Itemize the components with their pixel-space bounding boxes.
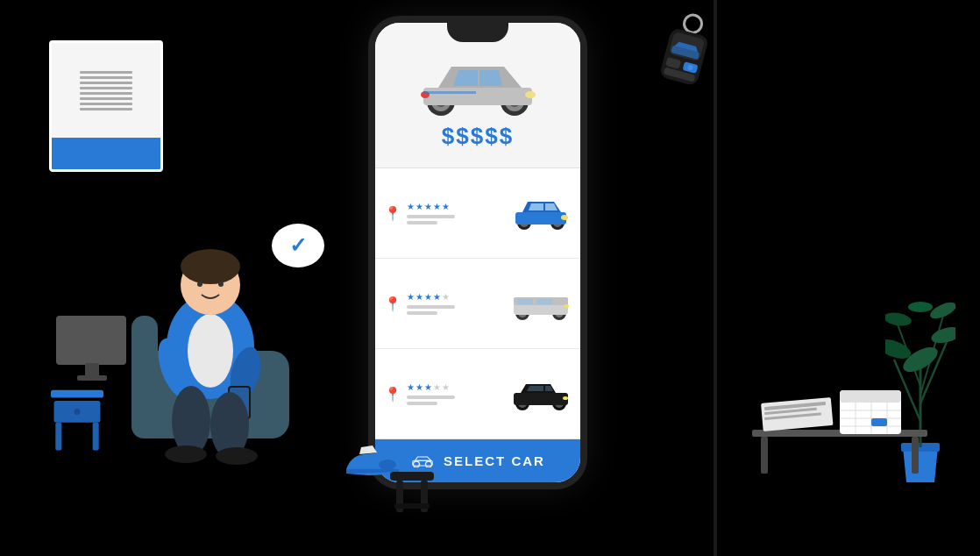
frame-upper: [52, 43, 160, 138]
info-lines: [407, 305, 505, 315]
frame-lines: [80, 71, 132, 110]
chat-bubble: ✓: [272, 224, 324, 267]
svg-point-73: [885, 310, 913, 327]
svg-rect-90: [761, 437, 768, 474]
svg-point-19: [165, 446, 207, 463]
car-list-item[interactable]: 📍 ★★★★★: [375, 259, 580, 349]
svg-point-75: [908, 302, 933, 312]
info-line: [407, 221, 437, 225]
frame-line: [80, 71, 132, 74]
car-info: ★★★★★: [407, 202, 505, 225]
price-display: $$$$$: [442, 123, 514, 150]
car-thumbnail: [510, 287, 572, 320]
frame-line: [80, 87, 132, 89]
svg-point-72: [930, 324, 955, 346]
info-line: [407, 305, 455, 309]
svg-rect-6: [131, 316, 158, 438]
car-list-item[interactable]: 📍 ★★★★★: [375, 349, 580, 439]
svg-rect-44: [536, 299, 552, 304]
svg-rect-3: [55, 423, 61, 451]
frame-line: [80, 76, 132, 79]
checkmark-icon: ✓: [289, 233, 307, 258]
svg-rect-93: [390, 472, 434, 481]
info-lines: [407, 396, 505, 405]
svg-point-28: [525, 91, 536, 98]
svg-rect-89: [871, 418, 887, 426]
location-pin-icon: 📍: [384, 386, 401, 403]
frame-line: [80, 82, 132, 84]
location-pin-icon: 📍: [384, 296, 401, 312]
info-line: [407, 396, 455, 399]
star-rating: ★★★★★: [407, 382, 505, 392]
svg-point-51: [563, 396, 568, 400]
frame-line: [80, 103, 132, 105]
svg-rect-30: [423, 91, 476, 94]
main-scene: ✓: [0, 0, 980, 556]
svg-rect-4: [93, 423, 99, 451]
car-thumbnail: [510, 196, 572, 230]
svg-rect-91: [912, 437, 919, 474]
car-list-item[interactable]: 📍 ★★★★★: [375, 168, 580, 259]
hero-car-image: [408, 54, 548, 116]
car-info: ★★★★★: [407, 292, 505, 315]
side-table: [51, 386, 103, 456]
svg-rect-0: [51, 390, 103, 398]
monitor-base: [77, 375, 107, 381]
frame-lower: [52, 138, 160, 169]
svg-rect-27: [423, 88, 532, 105]
svg-point-17: [172, 386, 210, 456]
svg-point-20: [216, 447, 258, 465]
svg-point-2: [74, 409, 80, 415]
phone-notch: [447, 23, 508, 42]
phone-mockup: $$$$$ 📍 ★★★★★: [368, 16, 587, 489]
car-thumbnail: [510, 377, 572, 410]
svg-rect-96: [394, 503, 430, 509]
frame-line: [80, 97, 132, 100]
monitor-screen: [56, 316, 126, 365]
svg-rect-76: [752, 430, 927, 437]
svg-rect-82: [840, 390, 901, 403]
car-list: 📍 ★★★★★: [375, 168, 580, 439]
svg-point-11: [197, 282, 202, 287]
info-lines: [407, 215, 505, 225]
svg-rect-63: [714, 0, 717, 556]
svg-point-36: [561, 215, 568, 220]
wall-frame: [49, 40, 163, 172]
phone-hero-section: $$$$$: [375, 23, 580, 168]
desk-area: [752, 386, 927, 474]
svg-point-10: [181, 249, 240, 284]
vertical-bar-1: [714, 0, 717, 556]
svg-rect-35: [515, 212, 566, 225]
star-rating: ★★★★★: [407, 202, 505, 211]
star-rating: ★★★★★: [407, 292, 505, 302]
info-line: [407, 402, 437, 405]
info-line: [407, 311, 437, 315]
svg-rect-43: [517, 299, 533, 304]
location-pin-icon: 📍: [384, 205, 401, 222]
frame-line: [80, 92, 132, 95]
car-info: ★★★★★: [407, 382, 505, 405]
small-stool: [386, 465, 438, 517]
info-line: [407, 215, 455, 218]
svg-point-45: [564, 304, 569, 308]
svg-rect-50: [514, 393, 568, 405]
svg-point-8: [188, 314, 233, 388]
select-car-label: SELECT CAR: [444, 453, 545, 468]
frame-line: [80, 108, 132, 110]
svg-point-12: [218, 282, 224, 287]
